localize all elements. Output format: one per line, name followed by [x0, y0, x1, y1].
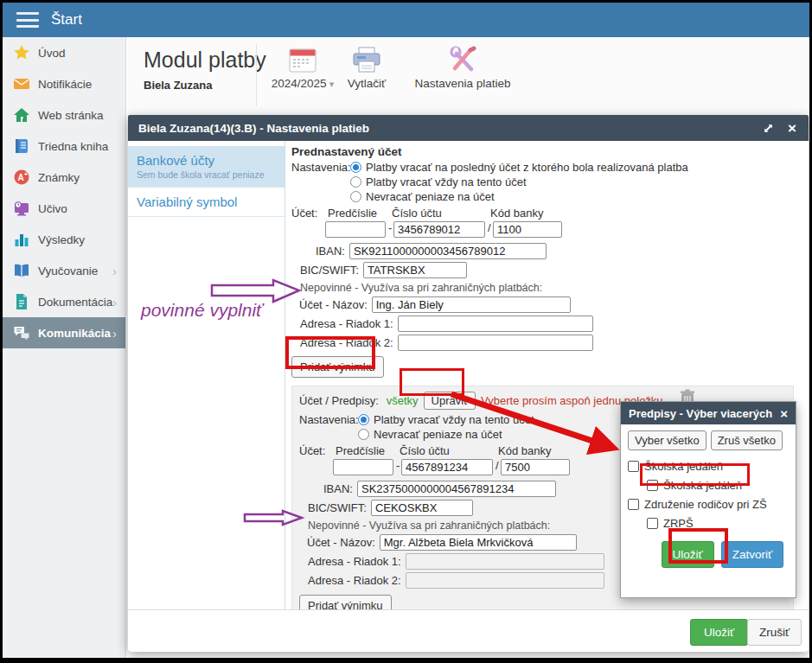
number-column-label: Číslo účtu — [400, 444, 450, 457]
popup-save-button[interactable]: Uložiť — [662, 541, 714, 568]
sidebar-item-label: Učivo — [38, 202, 67, 215]
sidebar-item-label: Úvod — [38, 47, 66, 60]
sidebar-item-komunik-cia[interactable]: Komunikácia› — [3, 317, 125, 348]
address1-label: Adresa - Riadok 1: — [300, 317, 393, 330]
sidebar-item-label: Dokumentácia — [38, 296, 112, 309]
bank-code-column-label: Kód banky — [498, 444, 551, 457]
account1-address2-row: Adresa - Riadok 2: — [291, 335, 809, 351]
dialog-save-button[interactable]: Uložiť — [690, 619, 748, 646]
app-frame: Štart ÚvodNotifikácieWeb stránkaTriedna … — [3, 3, 809, 658]
account-label: Účet: — [291, 207, 317, 220]
checkbox-row-zrps[interactable]: ZRPŠ — [647, 513, 789, 532]
radio-icon[interactable] — [350, 162, 361, 173]
page-title: Modul platby — [144, 48, 266, 73]
checkbox-icon[interactable] — [647, 480, 658, 491]
account1-name-row: Účet - Názov: — [291, 296, 809, 313]
sidebar-item-zn-mky[interactable]: A+Známky — [3, 162, 125, 193]
radio-icon[interactable] — [358, 414, 369, 425]
account2-bic-input[interactable] — [371, 500, 473, 516]
predpisy-label: Účet / Predpisy: — [299, 394, 379, 407]
payment-settings-button[interactable]: Nastavenia platieb — [406, 46, 519, 90]
dash-separator: - — [396, 459, 400, 472]
sidebar-item-triedna-kniha[interactable]: Triedna kniha — [3, 131, 125, 162]
radio-return-last-account[interactable]: Platby vracať na posledný účet z ktorého… — [350, 160, 688, 175]
popup-close-button[interactable]: Zatvoriť — [721, 541, 783, 568]
radio-label: Platby vracať na posledný účet z ktorého… — [366, 161, 688, 174]
radio-exc-no-return[interactable]: Nevracať peniaze na účet — [358, 427, 534, 442]
dialog-resize-icon[interactable] — [763, 123, 774, 134]
checkbox-icon[interactable] — [628, 461, 639, 472]
account1-address1-input[interactable] — [398, 316, 593, 332]
radio-return-this-account[interactable]: Platby vracať vždy na tento účet — [350, 175, 688, 189]
account2-address2-input[interactable] — [406, 572, 604, 589]
account2-name-input[interactable] — [380, 534, 577, 551]
account-name-label: Účet - Názov: — [299, 298, 368, 311]
sidebar-item-label: Web stránka — [38, 109, 104, 122]
radio-no-return[interactable]: Nevracať peniaze na účet — [350, 189, 688, 204]
svg-text:A: A — [17, 173, 23, 182]
account2-iban-input[interactable] — [357, 481, 556, 497]
sidebar-item-notifik-cie[interactable]: Notifikácie — [3, 68, 125, 99]
sidebar-item-u-ivo[interactable]: Učivo — [3, 193, 125, 224]
bic-label: BIC/SWIFT: — [308, 501, 367, 514]
account2-number-input[interactable] — [401, 459, 493, 475]
account1-iban-input[interactable] — [349, 243, 547, 259]
checkbox-row-skolska-jedalen-1[interactable]: Školská jedáleň — [628, 456, 789, 475]
radio-label: Platby vracať vždy na tento účet — [374, 413, 534, 426]
account1-number-input[interactable] — [393, 221, 485, 238]
checkbox-icon[interactable] — [647, 518, 658, 529]
account2-prefix-input[interactable] — [333, 459, 393, 475]
radio-exc-return-this-account[interactable]: Platby vracať vždy na tento účet — [358, 412, 534, 427]
select-all-button[interactable]: Vyber všetko — [628, 430, 707, 450]
calendar-icon — [288, 46, 317, 73]
account1-prefix-input[interactable] — [325, 221, 386, 238]
settings-label: Nastavenia: — [299, 412, 358, 442]
sidebar-item-dokument-cia[interactable]: Dokumentácia› — [3, 286, 125, 317]
radio-icon[interactable] — [350, 176, 361, 188]
account1-bank-code-input[interactable] — [493, 221, 562, 238]
sidebar-item-v-sledky[interactable]: Výsledky — [3, 224, 125, 255]
school-year-selector[interactable]: 2024/2025▾ — [265, 46, 341, 90]
edit-predpisy-button[interactable]: Upraviť — [424, 392, 476, 410]
iban-label: IBAN: — [323, 482, 353, 495]
account1-number-grid: Účet: Predčíslie Číslo účtu Kód banky - … — [291, 207, 809, 240]
account1-bic-input[interactable] — [363, 262, 467, 278]
add-exception-button[interactable]: Pridať výnimku — [291, 356, 384, 378]
tab-variable-symbol[interactable]: Variabilný symbol — [128, 188, 285, 217]
dialog-cancel-button[interactable]: Zrušiť — [747, 619, 802, 646]
start-menu-label[interactable]: Štart — [51, 11, 82, 29]
radio-icon[interactable] — [358, 429, 369, 440]
popup-body: Vyber všetko Zruš všetko Školská jedáleň… — [621, 424, 796, 574]
account1-iban-row: IBAN: — [291, 243, 809, 259]
account1-name-input[interactable] — [372, 296, 571, 313]
sidebar-item-web-str-nka[interactable]: Web stránka — [3, 99, 125, 131]
home-icon — [13, 106, 30, 124]
print-button[interactable]: Vytlačiť — [341, 46, 393, 90]
address1-label: Adresa - Riadok 1: — [308, 555, 401, 568]
hamburger-menu-icon[interactable] — [16, 12, 39, 28]
account1-address2-input[interactable] — [398, 335, 593, 351]
popup-close-icon[interactable]: × — [780, 407, 788, 420]
checkbox-row-skolska-jedalen-2[interactable]: Školská jedáleň — [647, 475, 789, 494]
sidebar: ÚvodNotifikácieWeb stránkaTriedna knihaA… — [3, 37, 126, 658]
section-title: Prednastavený účet — [291, 145, 809, 158]
checkbox-row-zdruzenie-rodicov[interactable]: Združenie rodičov pri ZŠ — [628, 494, 789, 513]
address2-label: Adresa - Riadok 2: — [300, 336, 393, 349]
grade-icon: A+ — [13, 169, 30, 186]
dialog-close-icon[interactable]: × — [788, 121, 796, 136]
top-bar: Štart — [3, 3, 809, 37]
radio-icon[interactable] — [350, 191, 361, 202]
account1-bic-row: BIC/SWIFT: — [291, 262, 809, 278]
star-icon — [13, 44, 30, 61]
slash-separator: / — [496, 459, 499, 472]
iban-label: IBAN: — [316, 245, 345, 258]
settings-label: Nastavenia: — [291, 160, 350, 204]
sidebar-item--vod[interactable]: Úvod — [3, 37, 125, 68]
sidebar-item-vyu-ovanie[interactable]: Vyučovanie› — [3, 255, 125, 286]
account2-bank-code-input[interactable] — [501, 459, 570, 475]
checkbox-icon[interactable] — [628, 499, 639, 510]
deselect-all-button[interactable]: Zruš všetko — [711, 430, 783, 450]
tab-bank-accounts[interactable]: Bankové účty Sem bude škola vracať penia… — [128, 146, 285, 188]
account2-address1-input[interactable] — [406, 553, 604, 570]
school-year-value: 2024/2025 — [272, 77, 327, 90]
